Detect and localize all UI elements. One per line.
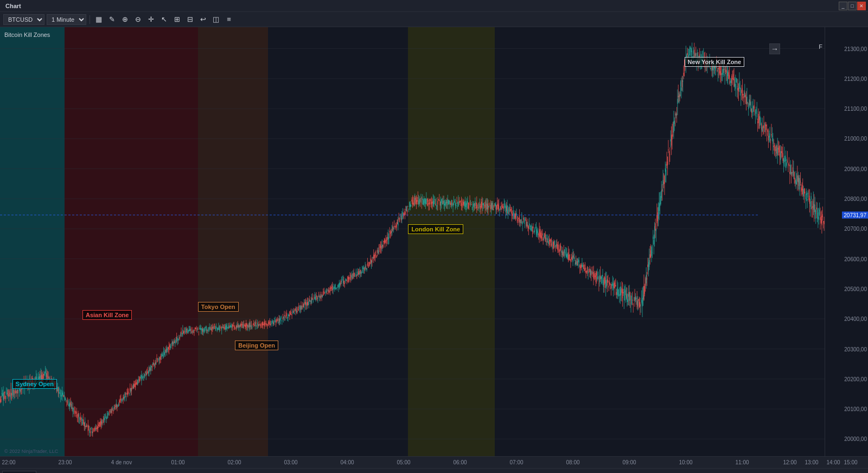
svg-rect-1694 xyxy=(641,305,641,306)
zoom-in-icon[interactable]: ⊕ xyxy=(119,14,130,25)
symbol-selector[interactable]: BTCUSD xyxy=(3,14,44,25)
svg-rect-2020 xyxy=(765,124,765,132)
zoom-out-icon[interactable]: ⊖ xyxy=(132,14,143,25)
chart-canvas[interactable]: Bitcoin Kill Zones → xyxy=(0,27,825,456)
svg-rect-1452 xyxy=(548,241,549,244)
svg-rect-1194 xyxy=(450,201,450,202)
svg-rect-1384 xyxy=(522,222,523,224)
svg-rect-1238 xyxy=(467,203,467,205)
svg-rect-2148 xyxy=(814,204,814,212)
close-button[interactable]: ✕ xyxy=(857,2,866,10)
svg-rect-292 xyxy=(105,415,106,415)
svg-rect-1342 xyxy=(506,206,507,211)
arrow-tool-icon[interactable]: ↖ xyxy=(158,14,169,25)
time-2300: 23:00 xyxy=(58,459,72,465)
replay-icon[interactable]: ↩ xyxy=(197,14,208,25)
svg-rect-552 xyxy=(205,329,205,330)
svg-rect-1082 xyxy=(407,210,407,212)
svg-rect-634 xyxy=(236,326,237,328)
svg-rect-1988 xyxy=(753,106,754,112)
svg-rect-136 xyxy=(46,373,46,377)
svg-rect-944 xyxy=(354,273,355,274)
svg-rect-1148 xyxy=(432,201,433,204)
svg-rect-636 xyxy=(237,326,237,328)
svg-rect-256 xyxy=(92,431,92,433)
svg-rect-950 xyxy=(356,275,357,276)
scroll-arrow-button[interactable]: → xyxy=(769,43,780,54)
list-icon[interactable]: ≡ xyxy=(224,14,234,25)
svg-rect-788 xyxy=(295,309,295,310)
svg-rect-1160 xyxy=(437,205,437,207)
svg-rect-1848 xyxy=(699,54,700,56)
svg-rect-1744 xyxy=(660,201,660,206)
btcusd-tab[interactable]: BTCUSD xyxy=(2,471,36,473)
svg-rect-1788 xyxy=(676,113,677,116)
svg-rect-1932 xyxy=(731,76,732,83)
svg-rect-186 xyxy=(65,398,66,400)
drawing-icon[interactable]: ◫ xyxy=(210,14,221,25)
window-controls[interactable]: _ □ ✕ xyxy=(839,2,866,10)
maximize-button[interactable]: □ xyxy=(848,2,857,10)
svg-rect-1056 xyxy=(397,220,398,224)
svg-rect-608 xyxy=(226,325,227,329)
svg-rect-350 xyxy=(127,392,128,396)
svg-rect-1044 xyxy=(392,226,393,231)
svg-rect-2040 xyxy=(773,138,773,144)
svg-rect-1776 xyxy=(672,134,673,139)
svg-rect-1526 xyxy=(577,261,577,266)
svg-rect-16 xyxy=(0,400,1,402)
svg-rect-1356 xyxy=(512,211,512,216)
svg-rect-1162 xyxy=(437,201,438,204)
svg-rect-1410 xyxy=(532,231,533,232)
svg-rect-502 xyxy=(186,331,186,332)
svg-rect-368 xyxy=(135,384,135,387)
svg-rect-392 xyxy=(144,375,144,377)
crosshair-icon[interactable]: ✛ xyxy=(145,14,156,25)
pencil-icon[interactable]: ✎ xyxy=(106,14,117,25)
svg-rect-820 xyxy=(307,302,308,306)
svg-rect-610 xyxy=(227,326,227,329)
svg-rect-854 xyxy=(320,296,321,298)
svg-rect-1754 xyxy=(663,182,664,184)
svg-rect-1282 xyxy=(483,203,484,205)
svg-rect-2130 xyxy=(807,199,808,200)
svg-rect-52 xyxy=(14,394,14,395)
svg-rect-606 xyxy=(225,326,226,330)
svg-rect-1770 xyxy=(669,154,670,155)
svg-rect-32 xyxy=(6,392,7,393)
svg-rect-1968 xyxy=(745,95,746,97)
svg-rect-1670 xyxy=(631,296,632,304)
svg-rect-452 xyxy=(167,348,167,353)
svg-rect-1390 xyxy=(525,219,525,222)
svg-rect-1260 xyxy=(475,201,475,206)
svg-rect-2002 xyxy=(758,114,759,123)
template-icon[interactable]: ⊞ xyxy=(171,14,182,25)
svg-rect-2046 xyxy=(775,147,776,151)
svg-rect-1570 xyxy=(593,272,594,279)
svg-rect-652 xyxy=(243,325,244,328)
svg-rect-444 xyxy=(163,351,164,354)
svg-rect-254 xyxy=(91,429,91,430)
minimize-button[interactable]: _ xyxy=(839,2,847,10)
svg-rect-556 xyxy=(206,327,207,330)
svg-rect-2068 xyxy=(783,159,784,164)
svg-rect-446 xyxy=(164,352,165,355)
svg-rect-1756 xyxy=(664,176,665,184)
svg-rect-28 xyxy=(4,392,5,393)
svg-rect-326 xyxy=(118,404,119,406)
svg-rect-1654 xyxy=(626,289,626,295)
bar-chart-icon[interactable]: ▦ xyxy=(93,14,104,25)
svg-rect-1728 xyxy=(654,240,654,244)
svg-rect-630 xyxy=(234,327,235,328)
svg-rect-2078 xyxy=(787,161,788,162)
svg-rect-956 xyxy=(359,271,359,274)
svg-rect-34 xyxy=(7,393,8,394)
timeframe-selector[interactable]: 1 Minute xyxy=(47,14,86,25)
grid-icon[interactable]: ⊟ xyxy=(184,14,195,25)
svg-rect-1518 xyxy=(573,256,574,257)
svg-rect-1012 xyxy=(380,245,381,248)
svg-rect-194 xyxy=(68,400,68,402)
svg-rect-2104 xyxy=(797,175,797,182)
svg-rect-1488 xyxy=(562,251,563,255)
svg-rect-814 xyxy=(305,302,305,304)
